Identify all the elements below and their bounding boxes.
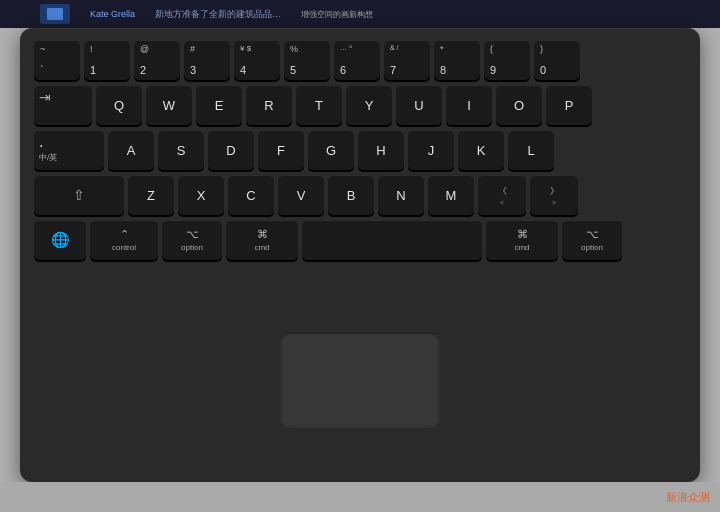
key-i[interactable]: I <box>446 85 492 125</box>
option-right-label: option <box>581 243 603 252</box>
key-option-left[interactable]: ⌥ option <box>162 220 222 260</box>
key-p[interactable]: P <box>546 85 592 125</box>
screen-name: Kate Grella <box>90 9 135 19</box>
key-globe[interactable]: 🌐 <box>34 220 86 260</box>
key-control[interactable]: ⌃ control <box>90 220 158 260</box>
key-r[interactable]: R <box>246 85 292 125</box>
key-6[interactable]: … ^ 6 <box>334 40 380 80</box>
key-cmd-left[interactable]: ⌘ cmd <box>226 220 298 260</box>
key-punct2[interactable]: 》> <box>530 175 578 215</box>
watermark-sina: 新浪 <box>666 491 688 503</box>
key-0[interactable]: ) 0 <box>534 40 580 80</box>
screen-text1: 新地方准备了全新的建筑品品… <box>155 8 281 21</box>
key-j[interactable]: J <box>408 130 454 170</box>
key-5[interactable]: % 5 <box>284 40 330 80</box>
key-e[interactable]: E <box>196 85 242 125</box>
key-7[interactable]: & / 7 <box>384 40 430 80</box>
key-n[interactable]: N <box>378 175 424 215</box>
key-h[interactable]: H <box>358 130 404 170</box>
key-a[interactable]: A <box>108 130 154 170</box>
keys-area: ~ ` ! 1 @ 2 # 3 ¥ $ 4 <box>34 40 686 260</box>
key-4[interactable]: ¥ $ 4 <box>234 40 280 80</box>
key-s[interactable]: S <box>158 130 204 170</box>
screen-peek: Kate Grella 新地方准备了全新的建筑品品… 增强空间的画新构想 <box>0 0 720 28</box>
key-t[interactable]: T <box>296 85 342 125</box>
key-l[interactable]: L <box>508 130 554 170</box>
key-q[interactable]: Q <box>96 85 142 125</box>
key-f[interactable]: F <box>258 130 304 170</box>
cmd-left-label: cmd <box>254 243 269 252</box>
key-tilde[interactable]: ~ ` <box>34 40 80 80</box>
key-1[interactable]: ! 1 <box>84 40 130 80</box>
key-caps[interactable]: · 中/英 <box>34 130 104 170</box>
asdf-row: · 中/英 A S D F G H J K L <box>34 130 686 170</box>
trackpad[interactable] <box>280 332 440 427</box>
zxcv-row: ⇧ Z X C V B N M 《< 》> <box>34 175 686 215</box>
key-3[interactable]: # 3 <box>184 40 230 80</box>
key-space[interactable] <box>302 220 482 260</box>
control-label: control <box>112 243 136 252</box>
number-row: ~ ` ! 1 @ 2 # 3 ¥ $ 4 <box>34 40 686 80</box>
key-m[interactable]: M <box>428 175 474 215</box>
key-o[interactable]: O <box>496 85 542 125</box>
modifier-row: 🌐 ⌃ control ⌥ option ⌘ cmd <box>34 220 686 260</box>
key-k[interactable]: K <box>458 130 504 170</box>
watermark: 新浪众测 <box>666 490 710 505</box>
key-cmd-right[interactable]: ⌘ cmd <box>486 220 558 260</box>
key-u[interactable]: U <box>396 85 442 125</box>
qwerty-row: ⇥ Q W E R T Y U I O P <box>34 85 686 125</box>
key-b[interactable]: B <box>328 175 374 215</box>
key-g[interactable]: G <box>308 130 354 170</box>
watermark-zhuce: 众测 <box>688 491 710 503</box>
option-left-label: option <box>181 243 203 252</box>
key-8[interactable]: * 8 <box>434 40 480 80</box>
key-tab[interactable]: ⇥ <box>34 85 92 125</box>
key-z[interactable]: Z <box>128 175 174 215</box>
key-shift-left[interactable]: ⇧ <box>34 175 124 215</box>
screenshot-container: Kate Grella 新地方准备了全新的建筑品品… 增强空间的画新构想 ~ `… <box>0 0 720 512</box>
keyboard-body: ~ ` ! 1 @ 2 # 3 ¥ $ 4 <box>20 28 700 482</box>
key-c[interactable]: C <box>228 175 274 215</box>
key-2[interactable]: @ 2 <box>134 40 180 80</box>
screen-text2: 增强空间的画新构想 <box>301 9 373 20</box>
key-v[interactable]: V <box>278 175 324 215</box>
cmd-right-label: cmd <box>514 243 529 252</box>
key-x[interactable]: X <box>178 175 224 215</box>
key-y[interactable]: Y <box>346 85 392 125</box>
key-w[interactable]: W <box>146 85 192 125</box>
key-d[interactable]: D <box>208 130 254 170</box>
key-9[interactable]: ( 9 <box>484 40 530 80</box>
bottom-bar: 新浪众测 <box>0 482 720 512</box>
key-punct1[interactable]: 《< <box>478 175 526 215</box>
key-option-right[interactable]: ⌥ option <box>562 220 622 260</box>
